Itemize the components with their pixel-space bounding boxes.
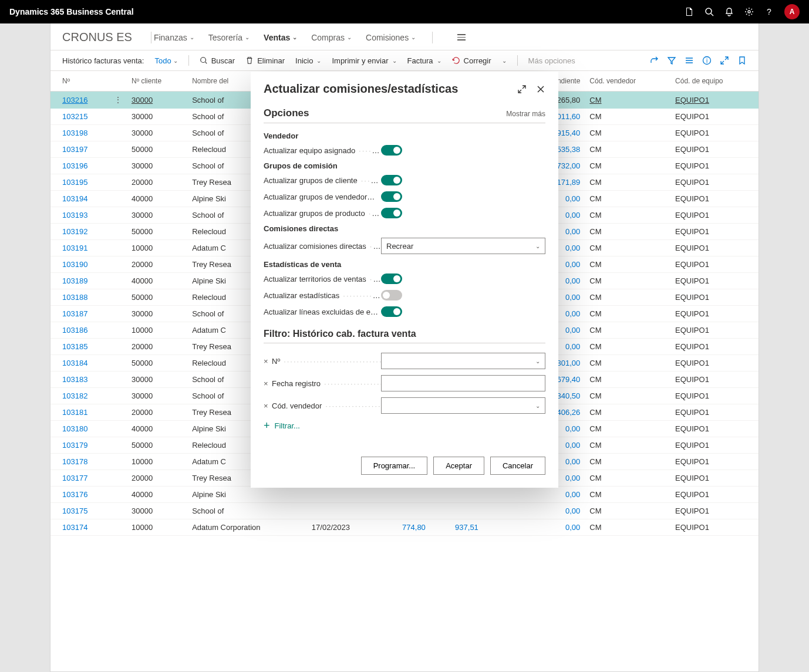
more-options[interactable]: Más opciones <box>528 56 575 65</box>
avatar[interactable]: A <box>784 4 800 19</box>
toggle-equipo[interactable] <box>381 145 402 156</box>
nav-finanzas[interactable]: Finanzas⌄ <box>154 33 194 42</box>
filter-input-vend[interactable]: ⌄ <box>381 397 545 414</box>
row-cliente[interactable]: 40000 <box>132 276 153 285</box>
row-cliente[interactable]: 20000 <box>132 178 153 187</box>
row-no-link[interactable]: 103183 <box>62 375 87 384</box>
corregir-chevron[interactable]: ⌄ <box>502 58 507 64</box>
row-cliente[interactable]: 30000 <box>132 211 153 220</box>
table-row[interactable]: 103176 40000 Alpine Ski 0,00 CM EQUIPO1 <box>50 487 759 503</box>
row-cliente[interactable]: 30000 <box>132 161 153 170</box>
search-button[interactable]: Buscar <box>200 56 235 65</box>
table-row[interactable]: 103175 30000 School of 0,00 CM EQUIPO1 <box>50 503 759 519</box>
toggle-estadisticas[interactable] <box>381 290 402 300</box>
bookmark-icon[interactable] <box>737 56 747 65</box>
nav-comisiones[interactable]: Comisiones⌄ <box>366 33 416 42</box>
row-no-link[interactable]: 103194 <box>62 194 87 203</box>
col-cliente[interactable]: Nº cliente <box>127 71 187 92</box>
row-cliente[interactable]: 50000 <box>132 441 153 450</box>
delete-button[interactable]: Eliminar <box>245 56 285 65</box>
row-cliente[interactable]: 40000 <box>132 424 153 433</box>
row-cliente[interactable]: 20000 <box>132 260 153 269</box>
row-cliente[interactable]: 10000 <box>132 326 153 335</box>
gear-icon[interactable] <box>744 7 754 16</box>
aceptar-button[interactable]: Aceptar <box>433 457 484 475</box>
row-no-link[interactable]: 103184 <box>62 359 87 367</box>
row-cliente[interactable]: 30000 <box>132 112 153 121</box>
filter-icon[interactable] <box>667 56 676 65</box>
row-no-link[interactable]: 103215 <box>62 112 87 121</box>
inicio-button[interactable]: Inicio ⌄ <box>295 56 321 65</box>
row-cliente[interactable]: 30000 <box>132 309 153 318</box>
show-more-link[interactable]: Mostrar más <box>506 110 545 118</box>
expand-icon[interactable] <box>720 56 729 65</box>
row-no-link[interactable]: 103198 <box>62 129 87 137</box>
row-no-link[interactable]: 103179 <box>62 441 87 450</box>
filter-dropdown[interactable]: Todo ⌄ <box>154 56 177 65</box>
row-no-link[interactable]: 103197 <box>62 145 87 154</box>
row-cliente[interactable]: 50000 <box>132 227 153 236</box>
row-cliente[interactable]: 30000 <box>132 391 153 400</box>
row-cliente[interactable]: 50000 <box>132 359 153 367</box>
info-icon[interactable]: i <box>702 56 712 65</box>
row-no-link[interactable]: 103186 <box>62 326 87 335</box>
toggle-grupos-vendedor[interactable] <box>381 191 402 202</box>
toggle-lineas[interactable] <box>381 306 402 317</box>
cancelar-button[interactable]: Cancelar <box>490 457 545 475</box>
remove-filter-no[interactable]: × <box>264 357 272 366</box>
col-vendedor[interactable]: Cód. vendedor <box>585 71 670 92</box>
row-no-link[interactable]: 103188 <box>62 293 87 302</box>
remove-filter-fecha[interactable]: × <box>264 379 272 388</box>
help-icon[interactable]: ? <box>764 7 774 16</box>
col-no[interactable]: Nº <box>50 71 109 92</box>
row-no-link[interactable]: 103190 <box>62 260 87 269</box>
filter-input-no[interactable]: ⌄ <box>381 353 545 369</box>
row-cliente[interactable]: 20000 <box>132 474 153 482</box>
row-no-link[interactable]: 103180 <box>62 424 87 433</box>
row-no-link[interactable]: 103181 <box>62 408 87 417</box>
row-no-link[interactable]: 103216 <box>62 96 87 104</box>
table-row[interactable]: 103174 10000 Adatum Corporation 17/02/20… <box>50 519 759 536</box>
row-no-link[interactable]: 103185 <box>62 342 87 351</box>
row-no-link[interactable]: 103191 <box>62 244 87 252</box>
toggle-grupos-producto[interactable] <box>381 208 402 218</box>
close-icon[interactable] <box>536 85 545 94</box>
document-icon[interactable] <box>685 7 694 16</box>
corregir-button[interactable]: Corregir <box>452 56 491 65</box>
share-icon[interactable] <box>649 56 659 65</box>
col-equipo[interactable]: Cód. de equipo <box>670 71 759 92</box>
nav-compras[interactable]: Compras⌄ <box>311 33 352 42</box>
filter-input-fecha[interactable] <box>381 375 545 391</box>
row-cliente[interactable]: 40000 <box>132 490 153 499</box>
row-no-link[interactable]: 103192 <box>62 227 87 236</box>
search-icon[interactable] <box>704 7 714 16</box>
row-no-link[interactable]: 103177 <box>62 474 87 482</box>
row-cliente[interactable]: 40000 <box>132 194 153 203</box>
row-no-link[interactable]: 103187 <box>62 309 87 318</box>
row-cliente[interactable]: 30000 <box>132 96 153 104</box>
bell-icon[interactable] <box>724 7 734 16</box>
hamburger-icon[interactable] <box>457 34 466 40</box>
row-cliente[interactable]: 10000 <box>132 244 153 252</box>
row-cliente[interactable]: 30000 <box>132 506 153 515</box>
row-cliente[interactable]: 10000 <box>132 523 153 532</box>
company-name[interactable]: CRONUS ES <box>62 31 132 44</box>
toggle-territorios[interactable] <box>381 273 402 284</box>
row-cliente[interactable]: 50000 <box>132 145 153 154</box>
row-cliente[interactable]: 20000 <box>132 408 153 417</box>
add-filter-button[interactable]: + Filtrar... <box>264 420 545 432</box>
row-no-link[interactable]: 103195 <box>62 178 87 187</box>
row-no-link[interactable]: 103176 <box>62 490 87 499</box>
row-cliente[interactable]: 30000 <box>132 129 153 137</box>
row-no-link[interactable]: 103193 <box>62 211 87 220</box>
row-cliente[interactable]: 10000 <box>132 457 153 466</box>
row-no-link[interactable]: 103174 <box>62 523 87 532</box>
list-icon[interactable] <box>685 56 694 65</box>
row-cliente[interactable]: 20000 <box>132 342 153 351</box>
row-cliente[interactable]: 50000 <box>132 293 153 302</box>
row-no-link[interactable]: 103182 <box>62 391 87 400</box>
select-comisiones[interactable]: Recrear⌄ <box>381 238 545 254</box>
factura-button[interactable]: Factura ⌄ <box>407 56 441 65</box>
row-no-link[interactable]: 103189 <box>62 276 87 285</box>
row-menu-icon[interactable]: ⋮ <box>114 95 122 104</box>
